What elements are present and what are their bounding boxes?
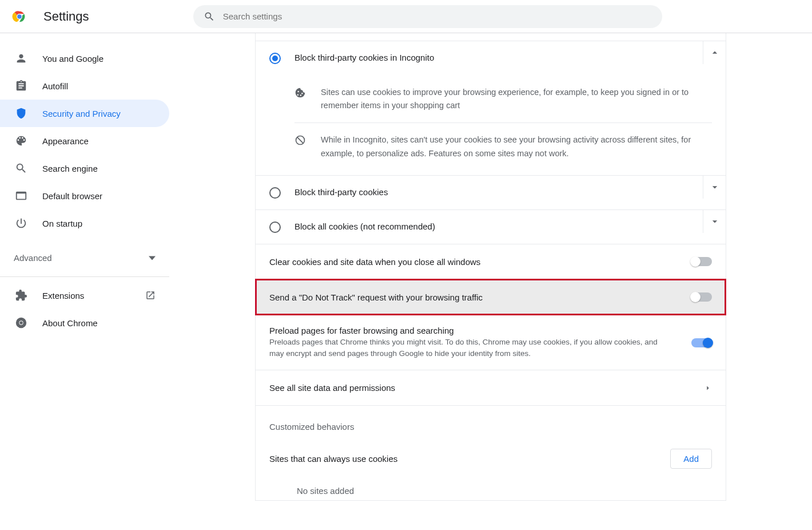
option-label: Block third-party cookies in Incognito	[294, 52, 703, 62]
block-icon	[294, 133, 307, 160]
main-content: Block third-party cookies in Incognito S…	[169, 33, 812, 501]
toggle-on[interactable]	[691, 338, 712, 347]
clipboard-icon	[15, 80, 27, 92]
sidebar-item-label: You and Google	[42, 54, 104, 64]
radio-unselected[interactable]	[269, 222, 281, 233]
collapse-button[interactable]	[703, 41, 726, 64]
chevron-up-icon	[709, 47, 721, 58]
page-title: Settings	[43, 9, 89, 24]
detail-text: Sites can use cookies to improve your br…	[321, 86, 712, 112]
expand-button[interactable]	[703, 176, 726, 199]
search-settings[interactable]	[193, 5, 662, 28]
sidebar-item-autofill[interactable]: Autofill	[0, 72, 169, 100]
sites-always-label: Sites that can always use cookies	[269, 454, 397, 464]
sidebar-item-label: Search engine	[42, 164, 98, 173]
empty-state: No sites added	[256, 481, 726, 500]
setting-title: Send a "Do Not Track" request with your …	[269, 292, 691, 302]
sidebar-item-label: Default browser	[42, 191, 102, 201]
search-input[interactable]	[223, 11, 652, 21]
expand-button[interactable]	[703, 210, 726, 233]
sidebar-item-default-browser[interactable]: Default browser	[0, 182, 169, 209]
setting-title: See all site data and permissions	[269, 383, 704, 393]
sidebar-item-extensions[interactable]: Extensions	[0, 282, 145, 309]
header: Settings	[0, 0, 812, 33]
sidebar-item-label: Appearance	[42, 136, 89, 146]
sidebar-item-label: Extensions	[42, 291, 84, 300]
cookie-option-block-third[interactable]: Block third-party cookies	[256, 175, 726, 209]
extension-icon	[15, 289, 27, 302]
setting-subtitle: Preloads pages that Chrome thinks you mi…	[269, 337, 691, 360]
shield-icon	[15, 107, 27, 120]
option-details: Sites can use cookies to improve your br…	[256, 76, 726, 175]
divider	[0, 276, 169, 277]
search-icon	[204, 11, 215, 22]
sidebar-advanced[interactable]: Advanced	[0, 244, 169, 272]
toggle-off[interactable]	[691, 257, 712, 266]
setting-clear-on-close[interactable]: Clear cookies and site data when you clo…	[256, 244, 726, 279]
svg-point-5	[19, 321, 23, 325]
sidebar-item-label: Autofill	[42, 81, 68, 91]
chrome-logo-icon	[11, 9, 27, 25]
sidebar-item-on-startup[interactable]: On startup	[0, 209, 169, 237]
chevron-right-icon	[704, 384, 712, 392]
chevron-down-icon	[709, 181, 721, 193]
option-label: Block third-party cookies	[294, 186, 703, 197]
toggle-off[interactable]	[691, 292, 712, 302]
sidebar-item-search-engine[interactable]: Search engine	[0, 155, 169, 182]
sidebar-item-label: Security and Privacy	[42, 109, 121, 118]
advanced-label: Advanced	[14, 253, 52, 263]
radio-selected[interactable]	[269, 53, 281, 64]
sites-always-row: Sites that can always use cookies Add	[256, 442, 726, 481]
search-icon	[15, 162, 27, 175]
palette-icon	[15, 135, 27, 147]
sidebar-item-label: About Chrome	[42, 318, 98, 328]
chrome-icon	[15, 317, 27, 329]
detail-text: While in Incognito, sites can't use your…	[321, 133, 712, 160]
open-in-new-icon	[145, 290, 156, 300]
sidebar-item-you-and-google[interactable]: You and Google	[0, 45, 169, 72]
browser-icon	[15, 189, 27, 202]
person-icon	[15, 52, 27, 65]
power-icon	[15, 217, 27, 230]
svg-point-1	[17, 14, 21, 18]
setting-title: Clear cookies and site data when you clo…	[269, 257, 691, 267]
setting-preload[interactable]: Preload pages for faster browsing and se…	[256, 315, 726, 370]
sidebar: You and Google Autofill Security and Pri…	[0, 33, 169, 501]
setting-title: Preload pages for faster browsing and se…	[269, 326, 691, 335]
svg-line-7	[297, 137, 304, 144]
caret-down-icon	[149, 255, 156, 262]
sidebar-item-appearance[interactable]: Appearance	[0, 127, 169, 155]
setting-do-not-track[interactable]: Send a "Do Not Track" request with your …	[256, 279, 726, 315]
radio-unselected[interactable]	[269, 187, 281, 199]
add-button[interactable]: Add	[670, 449, 712, 469]
chevron-down-icon	[709, 216, 721, 227]
sidebar-item-about-chrome[interactable]: About Chrome	[0, 309, 169, 337]
sidebar-item-security-privacy[interactable]: Security and Privacy	[0, 100, 169, 127]
cookie-option-block-incognito[interactable]: Block third-party cookies in Incognito	[256, 41, 726, 76]
setting-see-all-site-data[interactable]: See all site data and permissions	[256, 370, 726, 405]
sidebar-item-label: On startup	[42, 219, 82, 228]
cookie-icon	[294, 86, 307, 112]
option-label: Block all cookies (not recommended)	[294, 220, 703, 231]
section-heading: Customized behaviors	[256, 405, 726, 442]
cookie-option-block-all[interactable]: Block all cookies (not recommended)	[256, 209, 726, 244]
